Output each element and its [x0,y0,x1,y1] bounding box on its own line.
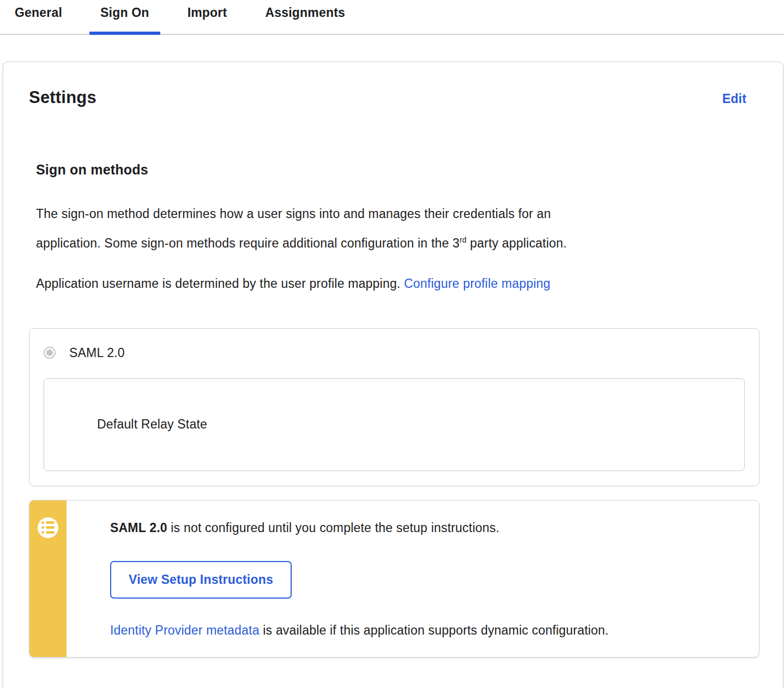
setup-instructions-callout: SAML 2.0 is not configured until you com… [29,500,759,657]
saml-radio[interactable] [44,347,56,359]
sign-on-methods-section: Sign on methods The sign-on method deter… [29,162,758,657]
ordinal-superscript: rd [460,236,466,244]
description-line1: The sign-on method determines how a user… [36,207,551,221]
description-line2-end: party application. [467,236,567,250]
list-icon-bar [46,526,55,529]
configure-profile-mapping-link[interactable]: Configure profile mapping [404,276,550,291]
tab-import[interactable]: Import [177,0,238,35]
settings-title: Settings [29,88,97,107]
list-icon-bar [46,531,55,534]
callout-footer: Identity Provider metadata is available … [110,623,737,638]
saml-radio-row: SAML 2.0 [44,346,745,360]
list-icon-bar [46,521,55,524]
view-setup-instructions-button[interactable]: View Setup Instructions [110,561,292,599]
list-icon-dot [41,526,44,529]
list-icon-dot [41,531,44,534]
tab-assignments[interactable]: Assignments [254,0,356,35]
callout-body: SAML 2.0 is not configured until you com… [67,500,759,657]
app-sign-on-page: General Sign On Import Assignments Setti… [0,0,784,688]
app-tabs: General Sign On Import Assignments [0,0,784,35]
sign-on-methods-description: The sign-on method determines how a user… [36,201,758,256]
tab-sign-on[interactable]: Sign On [89,0,160,35]
callout-message: SAML 2.0 is not configured until you com… [110,520,737,535]
callout-footer-text: is available if this application support… [260,623,609,637]
settings-card-header: Settings Edit [29,88,758,107]
description-line2: application. Some sign-on methods requir… [36,236,460,250]
settings-card: Settings Edit Sign on methods The sign-o… [3,62,783,688]
username-mapping-text: Application username is determined by th… [36,276,404,291]
tab-general[interactable]: General [4,0,73,35]
saml-method-box: SAML 2.0 Default Relay State [29,328,759,486]
default-relay-state-label: Default Relay State [97,417,207,432]
identity-provider-metadata-link[interactable]: Identity Provider metadata [110,623,260,637]
list-icon-dot [41,521,44,524]
list-icon [38,517,58,538]
sign-on-methods-heading: Sign on methods [36,162,758,178]
callout-message-text: is not configured until you complete the… [167,521,499,535]
edit-link[interactable]: Edit [722,92,746,106]
username-mapping-line: Application username is determined by th… [36,270,758,297]
default-relay-state-box: Default Relay State [44,378,745,471]
callout-message-bold: SAML 2.0 [110,521,167,535]
callout-accent-bar [29,500,67,657]
saml-radio-label: SAML 2.0 [69,346,125,360]
